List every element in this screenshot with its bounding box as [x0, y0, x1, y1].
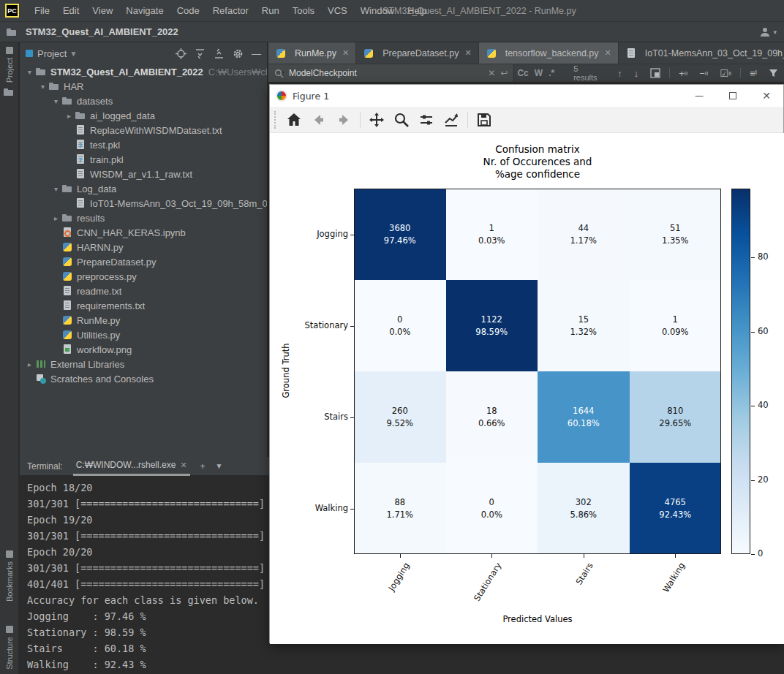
menu-navigate[interactable]: Navigate — [119, 5, 170, 16]
previous-occurrence-icon[interactable]: ↑ — [617, 68, 622, 79]
terminal-tab[interactable]: C:₩WINDOW...rshell.exe ✕ — [73, 457, 190, 476]
tree-item-external-libraries[interactable]: ▸External Libraries — [20, 357, 267, 371]
chevron-down-icon[interactable]: ▾ — [50, 185, 61, 193]
tab-runme-py[interactable]: RunMe.py✕ — [268, 42, 356, 64]
tree-item-workflow-png[interactable]: workflow.png — [20, 342, 267, 357]
tree-item-test-pkl[interactable]: test.pkl — [20, 137, 267, 152]
search-option-cc[interactable]: Cc — [517, 68, 528, 78]
menu-edit[interactable]: Edit — [56, 5, 86, 16]
locate-file-icon[interactable] — [176, 48, 186, 59]
user-menu-button[interactable]: ▾ — [759, 26, 777, 38]
save-icon[interactable] — [473, 109, 495, 131]
search-input[interactable]: ModelCheckpoint ✕ ↩ — [268, 64, 514, 82]
hide-panel-icon[interactable]: — — [252, 48, 261, 59]
tab-tensorflow-backend-py[interactable]: tensorflow_backend.py✕ — [479, 42, 619, 64]
forward-icon[interactable] — [333, 109, 355, 131]
pan-icon[interactable] — [366, 109, 388, 131]
tree-item-datasets[interactable]: ▾datasets — [20, 94, 267, 108]
close-icon[interactable]: ✕ — [180, 461, 186, 470]
add-occurrence-icon[interactable]: +II — [679, 68, 687, 79]
tree-item-iot01-memsann-03-oct-19-09h-58m-09s-csv[interactable]: IoT01-MemsAnn_03_Oct_19_09h_58m_09s.csv — [20, 196, 267, 211]
tree-item-runme-py[interactable]: RunMe.py — [20, 313, 267, 327]
home-icon[interactable] — [283, 109, 305, 131]
cell-count: 1 — [673, 314, 678, 326]
tree-item-wisdm-ar-v1-1-raw-txt[interactable]: WISDM_ar_v1.1_raw.txt — [20, 167, 267, 181]
toolbar-drag-handle[interactable] — [274, 111, 279, 129]
tree-item-readme-txt[interactable]: readme.txt — [20, 284, 267, 298]
tree-item-label: IoT01-MemsAnn_03_Oct_19_09h_58m_09s.csv — [90, 198, 268, 209]
stripe-project-button[interactable]: Project — [0, 47, 19, 96]
chevron-down-icon[interactable]: ▾ — [37, 83, 48, 91]
tree-item-label: readme.txt — [77, 286, 121, 297]
tree-item-requirements-txt[interactable]: requirements.txt — [20, 298, 267, 313]
close-button[interactable]: ✕ — [750, 85, 783, 107]
chevron-down-icon[interactable]: ▾ — [50, 97, 61, 105]
clear-search-icon[interactable]: ✕ — [488, 68, 495, 78]
menu-file[interactable]: File — [28, 5, 56, 16]
tree-item-train-pkl[interactable]: train.pkl — [20, 152, 267, 167]
select-all-occurrences-icon[interactable]: ☑II — [720, 68, 731, 79]
cell-jogging-jogging: 368097.46% — [354, 189, 446, 280]
subplots-config-icon[interactable] — [415, 109, 437, 131]
collapse-all-icon[interactable] — [214, 48, 225, 59]
tree-item-preprocess-py[interactable]: preprocess.py — [20, 269, 267, 284]
search-option-w[interactable]: W — [535, 68, 543, 78]
remove-occurrence-icon[interactable]: −II — [699, 68, 708, 79]
search-history-icon[interactable]: ↩ — [500, 68, 508, 78]
menu-code[interactable]: Code — [170, 5, 206, 16]
tree-item-results[interactable]: ▸results — [20, 211, 267, 225]
zoom-icon[interactable] — [391, 109, 412, 131]
customize-axes-icon[interactable] — [440, 109, 462, 131]
minimize-button[interactable]: — — [682, 85, 716, 107]
stripe-bookmarks-button[interactable]: Bookmarks — [0, 550, 19, 602]
figure-titlebar[interactable]: Figure 1 — ✕ — [270, 85, 783, 107]
search-query[interactable]: ModelCheckpoint — [289, 68, 483, 78]
open-in-find-window-icon[interactable] — [650, 68, 660, 78]
expand-all-icon[interactable] — [195, 48, 206, 59]
cell-stairs-stationary: 180.66% — [446, 371, 538, 463]
chevron-right-icon[interactable]: ▸ — [24, 360, 35, 368]
project-panel-title[interactable]: Project — [37, 48, 67, 59]
tree-item-harnn-py[interactable]: HARNN.py — [20, 240, 267, 254]
tree-item-preparedataset-py[interactable]: PrepareDataset.py — [20, 254, 267, 269]
chevron-down-icon[interactable]: ▾ — [24, 68, 35, 76]
tree-item-scratches-and-consoles[interactable]: Scratches and Consoles — [20, 371, 267, 386]
close-icon[interactable]: ✕ — [464, 48, 471, 58]
close-icon[interactable]: ✕ — [605, 48, 611, 58]
maximize-button[interactable] — [716, 85, 750, 107]
menu-vcs[interactable]: VCS — [321, 5, 354, 16]
tree-item-replacewithwisdmdataset-txt[interactable]: ReplaceWithWISDMDataset.txt — [20, 123, 267, 137]
menu-view[interactable]: View — [86, 5, 119, 16]
tree-item-ai-logged-data[interactable]: ▸ai_logged_data — [20, 108, 267, 123]
breadcrumb-project[interactable]: STM32_Quest_AI_AMBIENT_2022 — [26, 26, 178, 37]
next-occurrence-icon[interactable]: ↓ — [634, 68, 639, 79]
cell-count: 88 — [394, 496, 405, 509]
tab-preparedataset-py[interactable]: PrepareDataset.py✕ — [356, 42, 478, 64]
chevron-right-icon[interactable]: ▸ — [64, 112, 75, 120]
menu-run[interactable]: Run — [255, 5, 286, 16]
tree-item-stm32-quest-ai-ambient-2022[interactable]: ▾STM32_Quest_AI_AMBIENT_2022C:₩Users₩cho… — [20, 64, 267, 79]
file-icon — [625, 48, 637, 59]
filter-icon[interactable] — [769, 69, 778, 78]
chevron-down-icon[interactable]: ▼ — [216, 462, 223, 470]
multiline-search-icon[interactable]: ≡ᴵ — [750, 68, 757, 79]
tree-item-har[interactable]: ▾HAR — [20, 79, 267, 94]
tree-item-log-data[interactable]: ▾Log_data — [20, 181, 267, 196]
close-icon[interactable]: ✕ — [342, 48, 349, 58]
back-icon[interactable] — [308, 109, 330, 131]
new-terminal-icon[interactable]: + — [200, 461, 206, 472]
cell-walking-stationary: 00.0% — [446, 463, 538, 554]
stripe-structure-button[interactable]: Structure — [0, 626, 19, 670]
file-icon — [75, 197, 86, 209]
tab-iot01-memsann-03-oct-19-09h-58m-09s-csv[interactable]: IoT01-MemsAnn_03_Oct_19_09h_58m_09s.csv — [619, 42, 784, 64]
ide-titlebar: PC FileEditViewNavigateCodeRefactorRunTo… — [0, 0, 784, 22]
chevron-down-icon[interactable]: ▼ — [69, 50, 77, 58]
chevron-right-icon[interactable]: ▸ — [50, 214, 61, 222]
settings-gear-icon[interactable] — [233, 48, 244, 59]
search-option-[interactable]: .* — [549, 68, 554, 78]
menu-tools[interactable]: Tools — [286, 5, 321, 16]
menu-refactor[interactable]: Refactor — [206, 5, 255, 16]
tree-item-utilities-py[interactable]: Utilities.py — [20, 327, 267, 342]
tree-item-cnn-har-keras-ipynb[interactable]: CNN_HAR_KERAS.ipynb — [20, 225, 267, 240]
confusion-matrix-plot: Confusion matrixNr. of Occurences and%ag… — [270, 133, 784, 644]
